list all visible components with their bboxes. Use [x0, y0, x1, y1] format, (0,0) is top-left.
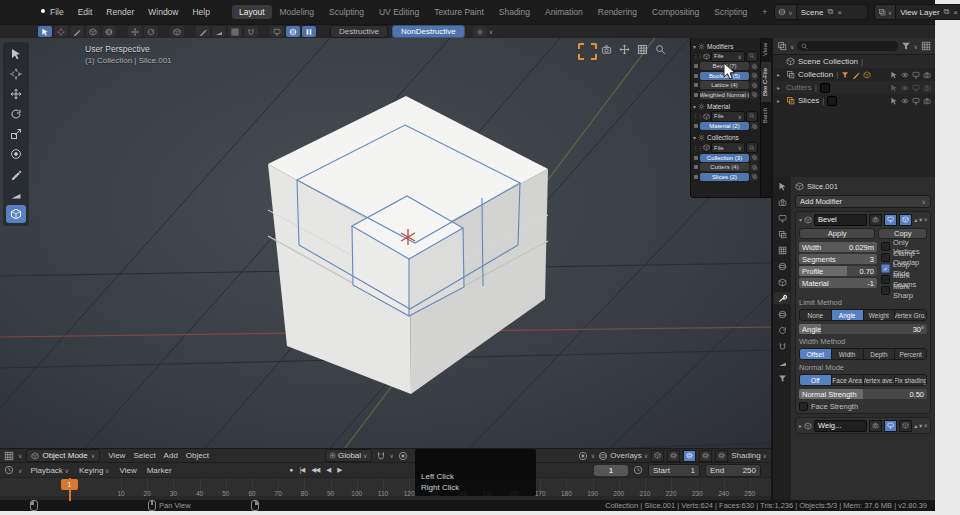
- panel-tab-batch[interactable]: Batch: [761, 102, 771, 129]
- cube-object[interactable]: [268, 96, 548, 394]
- timeline-menu-keying[interactable]: Keying ∨: [75, 466, 114, 475]
- pan-hand-icon[interactable]: [637, 44, 648, 55]
- timeline-menu-marker[interactable]: Marker: [143, 466, 176, 475]
- add-modifier-dropdown[interactable]: Add Modifier∨: [795, 195, 931, 208]
- section-header-material[interactable]: ▾Material: [693, 102, 758, 110]
- tool-annotate-button[interactable]: [6, 165, 26, 183]
- tab-object[interactable]: [774, 276, 790, 288]
- timeline-ruler[interactable]: 1 10203040506070809010011012013014015016…: [0, 477, 771, 501]
- tab-scene[interactable]: [774, 244, 790, 256]
- move-up-icon[interactable]: ▴: [914, 216, 917, 224]
- boxcutter-active-tool-icon[interactable]: [578, 43, 597, 60]
- tab-layout[interactable]: Layout: [232, 5, 272, 19]
- panel-tab-bke-c-file[interactable]: Bke C-File: [761, 62, 771, 102]
- option-percent[interactable]: Percent: [895, 349, 926, 359]
- option-angle[interactable]: Angle: [832, 310, 864, 320]
- item-button-collection-3[interactable]: Collection (3): [700, 154, 749, 162]
- section-header-collections[interactable]: ▾Collections: [693, 134, 758, 142]
- menu-file[interactable]: File: [44, 5, 70, 19]
- option-vertex-ave[interactable]: Vertex ave..: [864, 375, 896, 385]
- overlays-dropdown[interactable]: Overlays∨: [598, 451, 648, 461]
- grid-icon[interactable]: [228, 26, 242, 37]
- tool-measure-button[interactable]: [6, 185, 26, 203]
- measure-icon[interactable]: [212, 26, 226, 37]
- option-none[interactable]: None: [800, 310, 832, 320]
- file-dropdown[interactable]: File∨: [711, 51, 745, 62]
- move-view-icon[interactable]: [619, 44, 630, 55]
- play-reverse-button[interactable]: ◀: [324, 466, 332, 474]
- camera-view-icon[interactable]: [601, 44, 612, 55]
- record-button[interactable]: ●: [288, 466, 295, 474]
- close-icon[interactable]: ×: [924, 216, 927, 223]
- exclude-checkbox[interactable]: [827, 96, 837, 106]
- pen-icon[interactable]: [196, 26, 210, 37]
- item-button-cutters-4[interactable]: Cutters (4): [700, 163, 749, 171]
- outliner-search-input[interactable]: [797, 41, 897, 51]
- menu-select[interactable]: Select: [129, 451, 159, 460]
- shading-solid-button[interactable]: [683, 450, 696, 462]
- tab-modifiers[interactable]: [774, 292, 790, 304]
- tab-shading[interactable]: Shading: [492, 5, 537, 19]
- sphere-icon[interactable]: [102, 26, 116, 37]
- tab-sculpting[interactable]: Sculpting: [322, 5, 371, 19]
- scene-new-icon[interactable]: ⧉: [827, 7, 833, 17]
- orientation-dropdown[interactable]: Global∨: [325, 449, 372, 462]
- outliner-row-cutters[interactable]: ▸Cutters|: [773, 81, 935, 94]
- exclude-checkbox[interactable]: [820, 83, 830, 93]
- expand-caret-icon[interactable]: ▸: [777, 97, 783, 104]
- visibility-icon[interactable]: [901, 97, 909, 105]
- file-dropdown[interactable]: File∨: [711, 111, 745, 122]
- menu-edit[interactable]: Edit: [72, 5, 99, 19]
- option-face-area[interactable]: Face Area: [832, 375, 864, 385]
- tab-uv-editing[interactable]: UV Editing: [372, 5, 426, 19]
- view-layer-browse-button[interactable]: ∨: [874, 4, 896, 20]
- item-side-button[interactable]: [750, 122, 758, 130]
- field-segments[interactable]: Segments3: [799, 254, 877, 264]
- tab-compositing[interactable]: Compositing: [645, 5, 706, 19]
- destructive-mode-button[interactable]: Destructive: [330, 25, 388, 38]
- timeline-menu-view[interactable]: View: [115, 466, 140, 475]
- tool-move-button[interactable]: [6, 85, 26, 103]
- crosshair-icon[interactable]: [54, 26, 68, 37]
- shading-dropdown[interactable]: Shading∨: [731, 451, 767, 460]
- render-toggle[interactable]: [869, 214, 882, 226]
- end-frame-field[interactable]: End250: [705, 464, 761, 477]
- selectable-icon[interactable]: [890, 97, 898, 105]
- item-button-material-2[interactable]: Material (2): [700, 122, 749, 130]
- tab-render[interactable]: [774, 196, 790, 208]
- outliner-display-mode-icon[interactable]: [777, 41, 787, 51]
- viewport-icon[interactable]: [912, 71, 920, 79]
- search-button[interactable]: [746, 142, 758, 153]
- current-frame-field[interactable]: 1: [594, 465, 628, 476]
- visibility-icon[interactable]: [901, 84, 909, 92]
- drag-handle[interactable]: ⋮⋮: [693, 145, 702, 151]
- bevel-modifier-header[interactable]: ▾ Bevel ▴ ▾ ×: [799, 214, 927, 225]
- outliner-row-slices[interactable]: ▸Slices|: [773, 94, 935, 107]
- item-side-button[interactable]: [750, 72, 758, 80]
- checkbox-box[interactable]: ✓: [881, 264, 890, 273]
- menu-view[interactable]: View: [104, 451, 129, 460]
- face-strength-checkbox[interactable]: Face Strength: [799, 402, 927, 411]
- tool-options-gear-button[interactable]: [473, 26, 487, 37]
- zoom-icon[interactable]: [655, 44, 666, 55]
- view-layer-name-field[interactable]: View Layer⧉×: [896, 4, 960, 20]
- search-button[interactable]: [746, 111, 758, 122]
- item-button-weighted-normal[interactable]: Weighted Normal (: [700, 91, 749, 99]
- tab-output[interactable]: [774, 212, 790, 224]
- angle-slider[interactable]: Angle 30°: [799, 324, 927, 334]
- monitor-icon[interactable]: [270, 26, 284, 37]
- sphere-icon[interactable]: [286, 26, 300, 37]
- outliner-row-scene-collection[interactable]: Scene Collection|: [773, 55, 935, 68]
- drag-handle[interactable]: ⋮⋮: [693, 113, 702, 119]
- tab-item[interactable]: +: [755, 5, 774, 19]
- outliner-filter-icon[interactable]: [901, 41, 911, 51]
- menu-render[interactable]: Render: [100, 5, 140, 19]
- item-side-button[interactable]: [750, 163, 758, 171]
- pause-icon[interactable]: [302, 26, 316, 37]
- mode-dropdown[interactable]: Object Mode∨: [26, 449, 100, 462]
- shading-material-button[interactable]: [699, 450, 712, 462]
- view-layer-remove-icon[interactable]: ×: [953, 8, 958, 17]
- checkbox-mark-sharp[interactable]: Mark Sharp: [881, 286, 927, 295]
- menu-help[interactable]: Help: [186, 5, 215, 19]
- use-preview-range-icon[interactable]: [633, 465, 643, 475]
